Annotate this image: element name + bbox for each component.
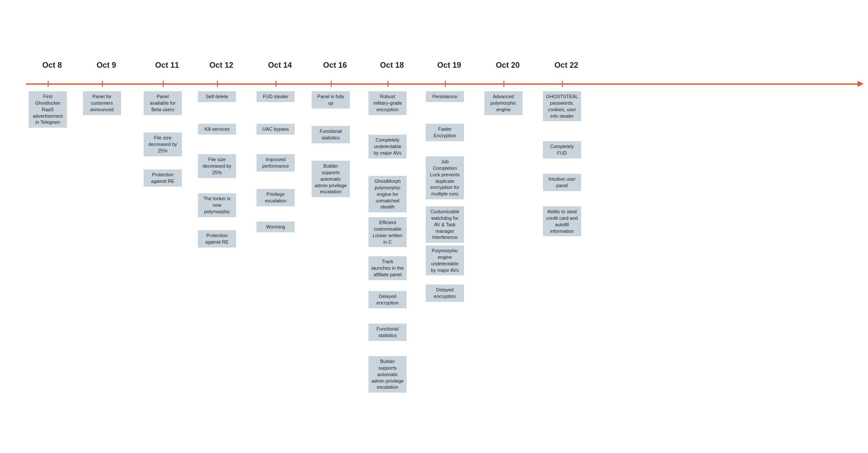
- event-card-22: Track launches in the affiliate panel: [368, 256, 407, 280]
- event-card-16: Functional statistics: [312, 126, 350, 143]
- event-card-24: Functional statistics: [368, 324, 407, 341]
- event-card-35: Intuitive user panel: [543, 174, 581, 191]
- event-card-34: Completely FUD: [543, 141, 581, 159]
- date-tick-oct19: [445, 81, 446, 87]
- event-card-3: File size decreased by 25%: [144, 132, 182, 156]
- timeline-container: Oct 8Oct 9Oct 11Oct 12Oct 14Oct 16Oct 18…: [0, 0, 868, 453]
- date-tick-oct9: [102, 81, 103, 87]
- event-card-21: Efficient customisable Locker written in…: [368, 217, 407, 247]
- event-card-5: Self delete: [198, 91, 236, 102]
- date-label-oct12: Oct 12: [204, 61, 239, 70]
- event-card-29: Customizable watchdog for AV & Task mana…: [426, 206, 464, 243]
- event-card-25: Builder supports automatic admin privile…: [368, 356, 407, 393]
- event-card-9: Protection against RE: [198, 230, 236, 248]
- event-card-15: Panel is fully up: [312, 91, 350, 109]
- date-tick-oct20: [503, 81, 504, 87]
- timeline-line: [26, 83, 859, 85]
- event-card-6: Kill services: [198, 124, 236, 135]
- event-card-19: Completely undetectable by major AVs: [368, 135, 407, 159]
- event-card-12: Improved performance: [256, 154, 295, 172]
- event-card-26: Persistence: [426, 91, 464, 102]
- event-card-20: GhostMorph polymorphic engine for unmatc…: [368, 176, 407, 212]
- date-tick-oct14: [276, 81, 276, 87]
- event-card-4: Protection against RE: [144, 169, 182, 187]
- date-label-oct18: Oct 18: [375, 61, 409, 70]
- date-label-oct9: Oct 9: [89, 61, 124, 70]
- date-label-oct8: Oct 8: [35, 61, 69, 70]
- event-card-27: Faster Encryption: [426, 124, 464, 141]
- date-label-oct14: Oct 14: [263, 61, 297, 70]
- event-card-31: Delayed encryption: [426, 284, 464, 302]
- date-label-oct20: Oct 20: [490, 61, 525, 70]
- event-card-10: FUD stealer: [256, 91, 295, 102]
- event-card-14: Worming: [256, 222, 295, 232]
- date-label-oct19: Oct 19: [432, 61, 467, 70]
- event-card-23: Delayed encryption: [368, 291, 407, 308]
- event-card-7: File size decreased by 25%: [198, 154, 236, 178]
- date-tick-oct22: [562, 81, 563, 87]
- date-tick-oct11: [163, 81, 164, 87]
- event-card-28: Job Completion Lock prevents duplicate e…: [426, 156, 464, 199]
- event-card-11: UAC bypass: [256, 124, 295, 135]
- event-card-33: GHOSTSTEAL passwords, cookies, user info…: [543, 91, 581, 121]
- event-card-1: Panel for customers announced: [83, 91, 121, 115]
- event-card-17: Builder supports automatic admin privile…: [312, 161, 350, 197]
- event-card-32: Advanced polymorphic engine: [484, 91, 523, 115]
- date-label-oct11: Oct 11: [150, 61, 184, 70]
- event-card-0: First Ghostlocker RaaS advertisement in …: [29, 91, 67, 128]
- date-tick-oct8: [48, 81, 49, 87]
- event-card-8: The locker is now polymorphic: [198, 193, 236, 217]
- date-label-oct22: Oct 22: [549, 61, 584, 70]
- date-label-oct16: Oct 16: [318, 61, 352, 70]
- event-card-18: Robust military-grade encryption: [368, 91, 407, 115]
- event-card-30: Polymorphic engine undetectable by major…: [426, 245, 464, 275]
- event-card-13: Privilege escalation: [256, 189, 295, 206]
- event-card-2: Panel available for Beta users: [144, 91, 182, 115]
- date-tick-oct18: [388, 81, 388, 87]
- date-tick-oct16: [331, 81, 332, 87]
- event-card-36: Ability to steal credit card and autofil…: [543, 206, 581, 236]
- date-tick-oct12: [217, 81, 218, 87]
